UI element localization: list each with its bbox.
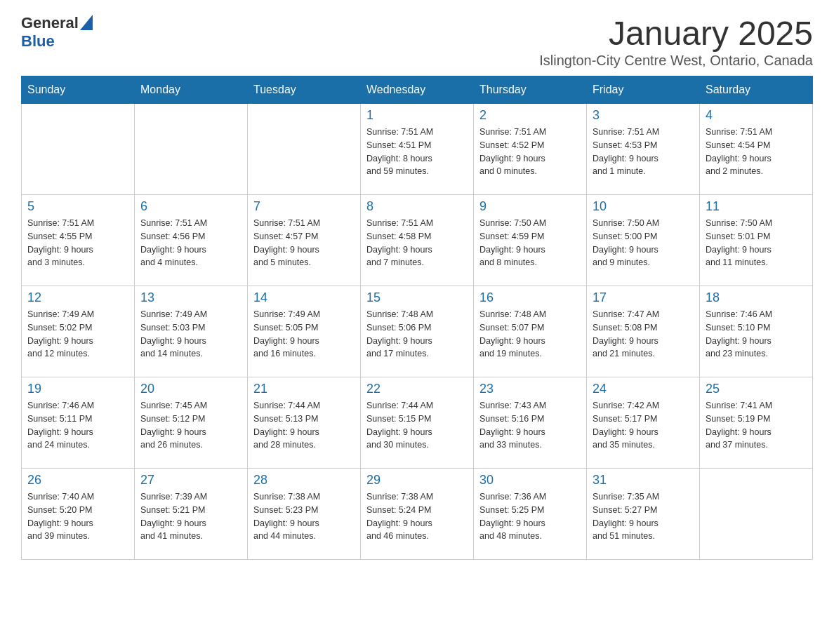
day-info: Sunrise: 7:51 AM Sunset: 4:57 PM Dayligh… — [253, 217, 355, 269]
calendar-day-2: 2Sunrise: 7:51 AM Sunset: 4:52 PM Daylig… — [474, 104, 587, 195]
day-number: 17 — [593, 290, 694, 305]
empty-cell — [700, 469, 813, 560]
day-number: 22 — [366, 382, 468, 396]
page-header: General Blue January 2025 Islington-City… — [21, 14, 813, 69]
weekday-header-saturday: Saturday — [700, 76, 813, 104]
day-number: 27 — [140, 473, 241, 488]
day-info: Sunrise: 7:36 AM Sunset: 5:25 PM Dayligh… — [479, 490, 581, 543]
day-info: Sunrise: 7:51 AM Sunset: 4:53 PM Dayligh… — [593, 126, 694, 178]
day-info: Sunrise: 7:51 AM Sunset: 4:58 PM Dayligh… — [366, 217, 468, 269]
calendar-day-9: 9Sunrise: 7:50 AM Sunset: 4:59 PM Daylig… — [474, 195, 587, 286]
day-number: 14 — [253, 290, 355, 305]
calendar-day-17: 17Sunrise: 7:47 AM Sunset: 5:08 PM Dayli… — [587, 286, 700, 377]
calendar-day-1: 1Sunrise: 7:51 AM Sunset: 4:51 PM Daylig… — [361, 104, 474, 195]
day-number: 24 — [593, 382, 694, 396]
day-info: Sunrise: 7:49 AM Sunset: 5:02 PM Dayligh… — [27, 308, 128, 361]
weekday-header-tuesday: Tuesday — [248, 76, 361, 104]
calendar-day-16: 16Sunrise: 7:48 AM Sunset: 5:07 PM Dayli… — [474, 286, 587, 377]
logo-triangle-icon — [80, 15, 93, 30]
day-number: 9 — [479, 199, 581, 214]
day-number: 26 — [27, 473, 128, 488]
calendar-week-row: 5Sunrise: 7:51 AM Sunset: 4:55 PM Daylig… — [22, 195, 813, 286]
day-number: 15 — [366, 290, 468, 305]
day-number: 29 — [366, 473, 468, 488]
day-number: 20 — [140, 382, 241, 396]
day-info: Sunrise: 7:51 AM Sunset: 4:55 PM Dayligh… — [27, 217, 128, 269]
day-info: Sunrise: 7:49 AM Sunset: 5:03 PM Dayligh… — [140, 308, 241, 361]
calendar-day-29: 29Sunrise: 7:38 AM Sunset: 5:24 PM Dayli… — [361, 469, 474, 560]
empty-cell — [248, 104, 361, 195]
calendar-day-28: 28Sunrise: 7:38 AM Sunset: 5:23 PM Dayli… — [248, 469, 361, 560]
day-number: 16 — [479, 290, 581, 305]
weekday-header-sunday: Sunday — [22, 76, 135, 104]
day-info: Sunrise: 7:40 AM Sunset: 5:20 PM Dayligh… — [27, 490, 128, 543]
calendar-day-14: 14Sunrise: 7:49 AM Sunset: 5:05 PM Dayli… — [248, 286, 361, 377]
logo-blue-text: Blue — [21, 32, 55, 50]
day-info: Sunrise: 7:51 AM Sunset: 4:52 PM Dayligh… — [479, 126, 581, 178]
month-title: January 2025 — [539, 14, 813, 53]
calendar-day-20: 20Sunrise: 7:45 AM Sunset: 5:12 PM Dayli… — [135, 377, 248, 469]
calendar-day-30: 30Sunrise: 7:36 AM Sunset: 5:25 PM Dayli… — [474, 469, 587, 560]
calendar-day-21: 21Sunrise: 7:44 AM Sunset: 5:13 PM Dayli… — [248, 377, 361, 469]
calendar-day-11: 11Sunrise: 7:50 AM Sunset: 5:01 PM Dayli… — [700, 195, 813, 286]
day-info: Sunrise: 7:45 AM Sunset: 5:12 PM Dayligh… — [140, 399, 241, 452]
calendar-week-row: 19Sunrise: 7:46 AM Sunset: 5:11 PM Dayli… — [22, 377, 813, 469]
day-info: Sunrise: 7:38 AM Sunset: 5:23 PM Dayligh… — [253, 490, 355, 543]
calendar-day-25: 25Sunrise: 7:41 AM Sunset: 5:19 PM Dayli… — [700, 377, 813, 469]
day-number: 23 — [479, 382, 581, 396]
day-info: Sunrise: 7:47 AM Sunset: 5:08 PM Dayligh… — [593, 308, 694, 361]
day-info: Sunrise: 7:49 AM Sunset: 5:05 PM Dayligh… — [253, 308, 355, 361]
day-info: Sunrise: 7:51 AM Sunset: 4:56 PM Dayligh… — [140, 217, 241, 269]
day-info: Sunrise: 7:38 AM Sunset: 5:24 PM Dayligh… — [366, 490, 468, 543]
calendar-day-3: 3Sunrise: 7:51 AM Sunset: 4:53 PM Daylig… — [587, 104, 700, 195]
day-number: 5 — [27, 199, 128, 214]
empty-cell — [135, 104, 248, 195]
calendar-day-26: 26Sunrise: 7:40 AM Sunset: 5:20 PM Dayli… — [22, 469, 135, 560]
weekday-header-thursday: Thursday — [474, 76, 587, 104]
day-number: 12 — [27, 290, 128, 305]
day-info: Sunrise: 7:48 AM Sunset: 5:06 PM Dayligh… — [366, 308, 468, 361]
logo: General Blue — [21, 14, 93, 51]
day-number: 11 — [706, 199, 807, 214]
day-number: 25 — [706, 382, 807, 396]
day-number: 28 — [253, 473, 355, 488]
day-info: Sunrise: 7:46 AM Sunset: 5:10 PM Dayligh… — [706, 308, 807, 361]
calendar-day-5: 5Sunrise: 7:51 AM Sunset: 4:55 PM Daylig… — [22, 195, 135, 286]
day-info: Sunrise: 7:44 AM Sunset: 5:13 PM Dayligh… — [253, 399, 355, 452]
location-subtitle: Islington-City Centre West, Ontario, Can… — [539, 53, 813, 69]
weekday-header-monday: Monday — [135, 76, 248, 104]
calendar-day-27: 27Sunrise: 7:39 AM Sunset: 5:21 PM Dayli… — [135, 469, 248, 560]
calendar-day-15: 15Sunrise: 7:48 AM Sunset: 5:06 PM Dayli… — [361, 286, 474, 377]
calendar-day-22: 22Sunrise: 7:44 AM Sunset: 5:15 PM Dayli… — [361, 377, 474, 469]
empty-cell — [22, 104, 135, 195]
day-number: 7 — [253, 199, 355, 214]
day-number: 13 — [140, 290, 241, 305]
day-number: 31 — [593, 473, 694, 488]
calendar-table: SundayMondayTuesdayWednesdayThursdayFrid… — [21, 76, 813, 560]
logo-general-text: General — [21, 14, 79, 32]
day-number: 18 — [706, 290, 807, 305]
day-number: 3 — [593, 108, 694, 123]
day-info: Sunrise: 7:50 AM Sunset: 5:00 PM Dayligh… — [593, 217, 694, 269]
day-number: 30 — [479, 473, 581, 488]
calendar-day-24: 24Sunrise: 7:42 AM Sunset: 5:17 PM Dayli… — [587, 377, 700, 469]
weekday-header-row: SundayMondayTuesdayWednesdayThursdayFrid… — [22, 76, 813, 104]
title-section: January 2025 Islington-City Centre West,… — [539, 14, 813, 69]
day-info: Sunrise: 7:50 AM Sunset: 4:59 PM Dayligh… — [479, 217, 581, 269]
day-number: 1 — [366, 108, 468, 123]
calendar-week-row: 12Sunrise: 7:49 AM Sunset: 5:02 PM Dayli… — [22, 286, 813, 377]
calendar-body: 1Sunrise: 7:51 AM Sunset: 4:51 PM Daylig… — [22, 104, 813, 560]
calendar-day-4: 4Sunrise: 7:51 AM Sunset: 4:54 PM Daylig… — [700, 104, 813, 195]
calendar-day-13: 13Sunrise: 7:49 AM Sunset: 5:03 PM Dayli… — [135, 286, 248, 377]
calendar-day-7: 7Sunrise: 7:51 AM Sunset: 4:57 PM Daylig… — [248, 195, 361, 286]
day-info: Sunrise: 7:48 AM Sunset: 5:07 PM Dayligh… — [479, 308, 581, 361]
day-info: Sunrise: 7:51 AM Sunset: 4:51 PM Dayligh… — [366, 126, 468, 178]
day-number: 8 — [366, 199, 468, 214]
calendar-day-12: 12Sunrise: 7:49 AM Sunset: 5:02 PM Dayli… — [22, 286, 135, 377]
calendar-week-row: 26Sunrise: 7:40 AM Sunset: 5:20 PM Dayli… — [22, 469, 813, 560]
day-info: Sunrise: 7:46 AM Sunset: 5:11 PM Dayligh… — [27, 399, 128, 452]
day-info: Sunrise: 7:35 AM Sunset: 5:27 PM Dayligh… — [593, 490, 694, 543]
weekday-header-friday: Friday — [587, 76, 700, 104]
day-number: 10 — [593, 199, 694, 214]
day-info: Sunrise: 7:39 AM Sunset: 5:21 PM Dayligh… — [140, 490, 241, 543]
